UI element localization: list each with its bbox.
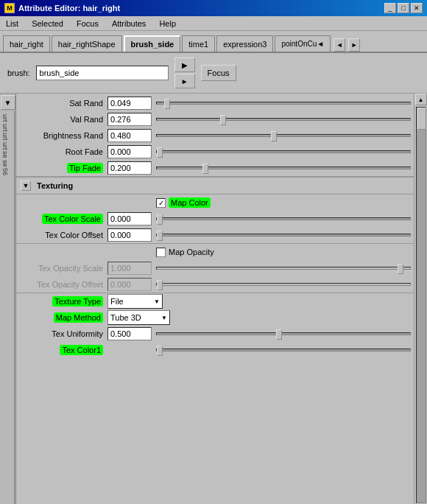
label-tex-color1: Tex Color1 [19,346,107,354]
tab-hair-right[interactable]: hair_right [3,35,50,52]
attr-row-tip-fade: Tip Fade [16,160,414,176]
attr-row-map-method: Map Method Tube 3D ▼ [16,309,414,326]
attr-row-brightness-rand: Brightness Rand [16,127,414,144]
brush-input[interactable] [36,66,169,80]
texturing-collapse-btn[interactable]: ▼ [21,181,31,191]
tab-nav-next[interactable]: ► [348,38,360,52]
attr-row-val-rand: Val Rand [16,111,414,127]
label-tex-uniformity: Tex Uniformity [19,329,107,338]
attr-row-tex-color1: Tex Color1 [16,342,414,358]
map-method-dropdown[interactable]: Tube 3D ▼ [107,310,170,325]
map-method-highlight: Map Method [54,312,103,323]
map-opacity-checkbox[interactable] [156,248,166,257]
left-collapse-btn[interactable]: ▼ [1,95,15,110]
slider-tip-fade[interactable] [156,167,411,169]
map-color-row: ✓ Map Color [16,195,414,211]
scroll-track[interactable] [416,107,426,503]
slider-tex-uniformity[interactable] [156,332,411,335]
map-method-value: Tube 3D [110,313,141,322]
tab-time1[interactable]: time1 [182,35,215,52]
brush-btn-1[interactable]: ▶ [174,57,195,72]
minimize-button[interactable]: _ [384,3,396,13]
tip-fade-highlight: Tip Fade [67,163,103,173]
value-sat-rand[interactable] [107,97,152,110]
menu-list[interactable]: List [3,18,21,29]
texturing-section-header: ▼ Texturing [16,177,414,195]
texturing-title: Texturing [37,181,73,190]
attr-row-texture-type: Texture Type File ▼ [16,293,414,309]
map-method-arrow: ▼ [161,315,167,321]
label-tex-opacity-scale: Tex Opacity Scale [19,264,107,273]
label-tex-color-offset: Tex Color Offset [19,231,107,239]
value-brightness-rand[interactable] [107,129,152,142]
map-color-checkbox-group: ✓ Map Color [156,197,211,208]
value-tex-uniformity[interactable] [107,327,152,340]
focus-button[interactable]: Focus [201,65,236,81]
window-title: Attribute Editor: hair_right [18,4,120,13]
window-controls: _ □ ✕ [384,3,423,13]
texture-type-arrow: ▼ [154,298,160,305]
label-map-method: Map Method [19,313,107,322]
brush-label: brush: [7,69,30,77]
attr-row-tex-opacity-offset: Tex Opacity Offset [16,276,414,293]
label-tex-opacity-offset: Tex Opacity Offset [19,280,107,289]
value-val-rand[interactable] [107,113,152,126]
maximize-button[interactable]: □ [398,3,409,13]
tab-hair-right-shape[interactable]: hair_rightShape [52,35,122,52]
slider-root-fade[interactable] [156,150,411,153]
scroll-thumb[interactable] [417,108,426,130]
slider-tex-opacity-scale [156,267,411,270]
slider-tex-color-scale[interactable] [156,217,411,220]
value-tex-color-scale[interactable] [107,212,152,225]
menu-bar: List Selected Focus Attributes Help [0,16,427,31]
slider-tex-color1[interactable] [156,349,411,351]
label-tip-fade: Tip Fade [19,164,107,172]
map-opacity-checkbox-group: Map Opacity [156,248,214,257]
tab-nav-prev[interactable]: ◄ [334,38,345,52]
attr-row-tex-color-offset: Tex Color Offset [16,227,414,243]
slider-sat-rand[interactable] [156,102,411,105]
value-root-fade[interactable] [107,145,152,158]
tab-brush-side[interactable]: brush_side [124,35,181,52]
tex-color-scale-highlight: Tex Color Scale [42,214,103,224]
label-texture-type: Texture Type [19,297,107,306]
menu-attributes[interactable]: Attributes [109,18,149,29]
menu-selected[interactable]: Selected [29,18,66,29]
tab-point-on-cu[interactable]: pointOnCu◄ [275,35,331,52]
value-tex-opacity-offset [107,278,152,291]
scrollbar: ▲ ▼ [414,94,427,504]
attr-row-root-fade: Root Fade [16,144,414,160]
attributes-panel: Sat Rand Val Rand [16,94,414,504]
value-tip-fade[interactable] [107,161,152,175]
value-tex-color-offset[interactable] [107,228,152,242]
tab-bar: hair_right hair_rightShape brush_side ti… [0,31,427,53]
app-icon: M [4,3,15,13]
scroll-up-btn[interactable]: ▲ [415,94,427,105]
menu-focus[interactable]: Focus [74,18,102,29]
label-tex-color-scale: Tex Color Scale [19,214,107,223]
attr-row-tex-uniformity: Tex Uniformity [16,326,414,342]
value-tex-opacity-scale [107,262,152,275]
label-brightness-rand: Brightness Rand [19,131,107,140]
tab-expression3[interactable]: expression3 [216,35,273,52]
map-opacity-row: Map Opacity [16,244,414,260]
attr-row-sat-rand: Sat Rand [16,95,414,111]
map-color-checkbox[interactable]: ✓ [156,198,166,208]
attr-row-tex-color-scale: Tex Color Scale [16,211,414,227]
main-content: ▼ urt urt urt urt se se 56 Sat Rand [0,94,427,504]
attr-row-tex-opacity-scale: Tex Opacity Scale [16,260,414,276]
title-bar: M Attribute Editor: hair_right _ □ ✕ [0,0,427,16]
texture-type-dropdown[interactable]: File ▼ [107,294,163,309]
slider-tex-color-offset[interactable] [156,234,411,237]
left-panel: ▼ urt urt urt urt se se 56 [0,94,16,504]
tex-color1-highlight: Tex Color1 [60,345,103,355]
slider-brightness-rand[interactable] [156,134,411,137]
close-button[interactable]: ✕ [411,3,423,13]
brush-btn-2[interactable]: ► [174,74,195,88]
map-color-label: Map Color [169,197,211,208]
slider-tex-opacity-offset [156,283,411,286]
menu-help[interactable]: Help [156,18,179,29]
slider-val-rand[interactable] [156,118,411,121]
map-opacity-label: Map Opacity [169,248,214,256]
label-val-rand: Val Rand [19,115,107,124]
